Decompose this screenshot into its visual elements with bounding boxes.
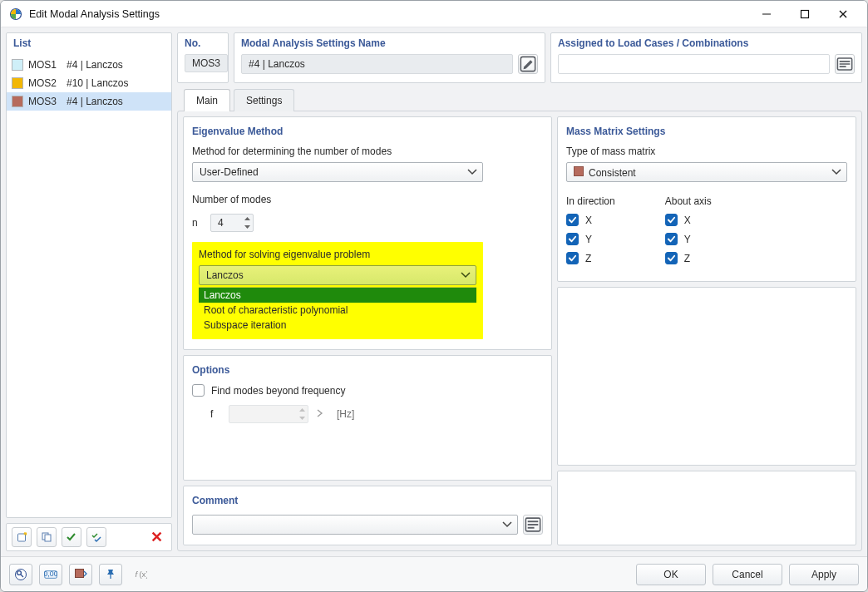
empty-right-group [557, 287, 856, 466]
axis-label: Y [684, 234, 691, 245]
assign-panel: Assigned to Load Cases / Combinations [550, 32, 862, 83]
svg-rect-4 [45, 535, 51, 541]
list-item[interactable]: MOS3 #4 | Lanczos [7, 92, 171, 111]
spin-down-icon[interactable] [241, 223, 253, 231]
list-item-label: #10 | Lanczos [67, 76, 129, 91]
group-title: Eigenvalue Method [192, 126, 543, 137]
n-symbol: n [192, 217, 202, 229]
app-icon [9, 7, 22, 21]
group-title: Comment [192, 495, 543, 506]
list-item-label: #4 | Lanczos [67, 57, 123, 72]
axis-y-checkbox[interactable] [665, 233, 678, 245]
name-input[interactable]: #4 | Lanczos [241, 54, 513, 74]
axis-x-checkbox[interactable] [665, 214, 678, 226]
chevron-down-icon [502, 520, 512, 530]
comment-group: Comment [183, 486, 552, 545]
list-items[interactable]: MOS1 #4 | Lanczos MOS2 #10 | Lanczos MOS… [7, 54, 171, 111]
axis-label: Y [585, 234, 592, 245]
chevron-down-icon [467, 167, 477, 177]
axis-label: X [585, 215, 592, 226]
svg-text:f: f [136, 570, 139, 579]
rename-button[interactable] [518, 54, 538, 74]
options-group: Options Find modes beyond frequency f [183, 355, 552, 481]
cancel-button[interactable]: Cancel [713, 564, 782, 585]
ok-button[interactable]: OK [636, 564, 706, 585]
assign-input[interactable] [558, 54, 830, 74]
list-item-label: #4 | Lanczos [67, 94, 123, 109]
name-panel: Modal Analysis Settings Name #4 | Lanczo… [234, 32, 545, 83]
titlebar: Edit Modal Analysis Settings [1, 1, 867, 27]
spin-up-icon [296, 406, 308, 414]
n-value: 4 [218, 217, 224, 229]
delete-item-button[interactable]: ✕ [146, 527, 166, 547]
no-panel: No. MOS3 [177, 32, 229, 83]
svg-rect-1 [801, 10, 809, 17]
assign-browse-button[interactable] [835, 54, 855, 74]
svg-rect-8 [528, 520, 539, 522]
axis-label: X [684, 215, 691, 226]
svg-rect-15 [76, 569, 84, 577]
solver-option[interactable]: Lanczos [199, 288, 476, 303]
mass-type-select[interactable]: Consistent [566, 162, 847, 182]
new-item-button[interactable] [12, 527, 32, 547]
n-modes-label: Number of modes [192, 194, 543, 205]
group-title: Options [192, 364, 543, 376]
mass-type-swatch-icon [574, 166, 584, 176]
tab-main[interactable]: Main [184, 89, 230, 111]
dir-x-checkbox[interactable] [566, 214, 579, 226]
mass-type-value: Consistent [589, 167, 636, 179]
fx-button[interactable]: f(x) [129, 564, 152, 585]
spin-down-icon [296, 414, 308, 422]
apply-button[interactable]: Apply [789, 564, 859, 585]
window-maximize-button[interactable] [786, 1, 824, 27]
duplicate-item-button[interactable] [37, 527, 57, 547]
find-beyond-checkbox[interactable] [192, 384, 205, 397]
list-item-code: MOS1 [28, 57, 62, 72]
window-close-button[interactable] [824, 1, 862, 27]
svg-text:(x): (x) [139, 570, 147, 579]
window-title: Edit Modal Analysis Settings [29, 8, 160, 20]
color-button[interactable] [69, 564, 92, 585]
dir-y-checkbox[interactable] [566, 233, 579, 245]
dialog-window: Edit Modal Analysis Settings List MOS1 [0, 0, 868, 592]
chevron-down-icon [461, 270, 471, 280]
find-beyond-label: Find modes beyond frequency [211, 385, 345, 397]
units-button[interactable]: 0,00 [39, 564, 62, 585]
tab-settings[interactable]: Settings [234, 89, 294, 111]
svg-rect-10 [528, 527, 535, 529]
eigenvalue-method-group: Eigenvalue Method Method for determining… [183, 116, 552, 350]
solver-dropdown-list[interactable]: Lanczos Root of characteristic polynomia… [199, 287, 476, 333]
f-symbol: f [210, 408, 220, 420]
pin-button[interactable] [99, 564, 122, 585]
help-button[interactable] [9, 564, 32, 585]
solver-option[interactable]: Root of characteristic polynomial [199, 303, 476, 318]
list-item[interactable]: MOS1 #4 | Lanczos [7, 56, 171, 74]
name-title: Modal Analysis Settings Name [234, 33, 545, 54]
check-blue-button[interactable] [86, 527, 106, 547]
method-select[interactable]: User-Defined [192, 162, 483, 182]
axis-label: Z [684, 253, 690, 264]
list-item[interactable]: MOS2 #10 | Lanczos [7, 74, 171, 92]
no-title: No. [178, 33, 228, 54]
axis-z-checkbox[interactable] [665, 252, 678, 264]
about-axis-label: About axis [665, 195, 712, 207]
n-modes-input[interactable]: 4 [210, 214, 254, 232]
spin-up-icon[interactable] [241, 215, 253, 223]
dir-z-checkbox[interactable] [566, 252, 579, 264]
list-toolbar: ✕ [6, 523, 172, 551]
solver-value: Lanczos [206, 269, 244, 281]
solver-select[interactable]: Lanczos [199, 265, 476, 285]
chevron-down-icon [831, 167, 841, 177]
axis-label: Z [585, 253, 591, 264]
find-beyond-checkbox-row: Find modes beyond frequency [192, 384, 543, 397]
window-minimize-button[interactable] [747, 1, 786, 27]
comment-browse-button[interactable] [523, 515, 543, 535]
list-item-code: MOS2 [28, 76, 62, 91]
svg-rect-2 [18, 534, 26, 541]
arrow-right-icon [317, 408, 323, 420]
no-value: MOS3 [185, 54, 228, 72]
comment-select[interactable] [192, 515, 518, 535]
check-green-button[interactable] [62, 527, 81, 547]
group-title: Mass Matrix Settings [566, 126, 847, 137]
solver-option[interactable]: Subspace iteration [199, 318, 476, 333]
